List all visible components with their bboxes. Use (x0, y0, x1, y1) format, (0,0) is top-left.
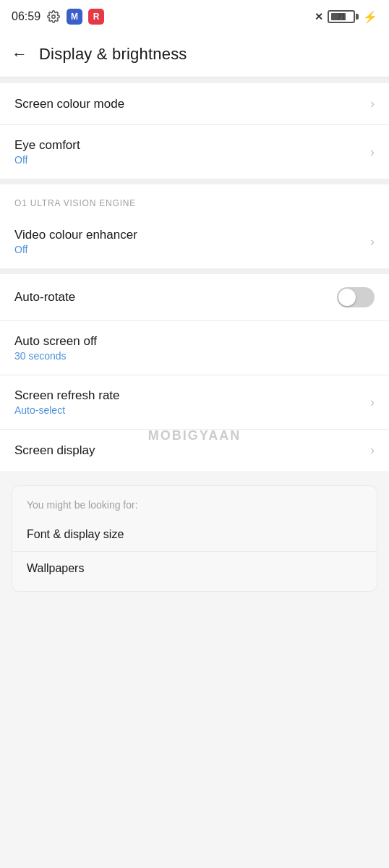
back-button[interactable]: ← (12, 45, 27, 64)
gear-icon (46, 9, 61, 24)
status-bar-left: 06:59 M R (12, 9, 104, 25)
app-icon-red: R (88, 9, 104, 25)
setting-content-screen-display: Screen display (14, 443, 95, 458)
battery-indicator: 71 (328, 10, 359, 23)
setting-content-screen-colour-mode: Screen colour mode (14, 97, 124, 111)
status-bar: 06:59 M R ✕ 71 ⚡ (0, 0, 389, 32)
setting-title-video-colour-enhancer: Video colour enhancer (14, 228, 137, 242)
setting-item-screen-display[interactable]: Screen display › (0, 430, 389, 471)
setting-item-eye-comfort[interactable]: Eye comfort Off › (0, 125, 389, 179)
setting-content-screen-refresh-rate: Screen refresh rate Auto-select (14, 388, 120, 416)
setting-subtitle-video-colour-enhancer: Off (14, 244, 137, 255)
suggestions-label: You might be looking for: (12, 499, 377, 518)
chevron-right-icon: › (370, 145, 375, 160)
settings-section-2: O1 ULTRA VISION ENGINE Video colour enha… (0, 184, 389, 268)
setting-item-screen-colour-mode[interactable]: Screen colour mode › (0, 83, 389, 125)
suggestion-item-wallpapers[interactable]: Wallpapers (12, 551, 377, 585)
setting-subtitle-auto-screen-off: 30 seconds (14, 350, 97, 362)
page-title: Display & brightness (39, 45, 187, 64)
setting-title-auto-rotate: Auto-rotate (14, 290, 75, 305)
header: ← Display & brightness (0, 32, 389, 77)
setting-subtitle-eye-comfort: Off (14, 154, 80, 166)
battery-container: 71 (328, 10, 355, 23)
setting-title-screen-colour-mode: Screen colour mode (14, 97, 124, 111)
setting-title-screen-refresh-rate: Screen refresh rate (14, 388, 120, 403)
battery-percent: 71 (337, 12, 346, 21)
setting-content-auto-screen-off: Auto screen off 30 seconds (14, 334, 97, 362)
setting-content-video-colour-enhancer: Video colour enhancer Off (14, 228, 137, 255)
setting-title-auto-screen-off: Auto screen off (14, 334, 97, 349)
section-divider-2 (0, 179, 389, 184)
app-icon-blue: M (67, 9, 82, 25)
svg-point-0 (52, 15, 56, 19)
suggestion-item-font[interactable]: Font & display size (12, 518, 377, 551)
section-label-text-vision: O1 ULTRA VISION ENGINE (14, 198, 136, 208)
status-time: 06:59 (12, 10, 40, 23)
setting-title-screen-display: Screen display (14, 443, 95, 458)
chevron-right-icon: › (370, 395, 375, 410)
battery-x-icon: ✕ (315, 11, 323, 22)
setting-item-screen-refresh-rate[interactable]: Screen refresh rate Auto-select › (0, 375, 389, 430)
settings-section-1: Screen colour mode › Eye comfort Off › (0, 83, 389, 179)
setting-item-auto-screen-off[interactable]: Auto screen off 30 seconds (0, 321, 389, 375)
suggestions-box: You might be looking for: Font & display… (12, 485, 377, 592)
settings-section-3: Auto-rotate Auto screen off 30 seconds S… (0, 274, 389, 471)
section-divider-3 (0, 268, 389, 274)
setting-content-eye-comfort: Eye comfort Off (14, 138, 80, 166)
battery-tip (356, 14, 359, 20)
setting-content-auto-rotate: Auto-rotate (14, 290, 75, 305)
lightning-icon: ⚡ (363, 10, 377, 24)
status-bar-right: ✕ 71 ⚡ (315, 10, 377, 24)
setting-title-eye-comfort: Eye comfort (14, 138, 80, 153)
chevron-right-icon: › (370, 234, 375, 250)
setting-item-auto-rotate[interactable]: Auto-rotate (0, 274, 389, 321)
section-label-vision: O1 ULTRA VISION ENGINE (0, 184, 389, 215)
setting-item-video-colour-enhancer[interactable]: Video colour enhancer Off › (0, 215, 389, 268)
section-divider-1 (0, 77, 389, 83)
setting-subtitle-screen-refresh-rate: Auto-select (14, 404, 120, 416)
chevron-right-icon: › (370, 96, 375, 111)
auto-rotate-toggle[interactable] (337, 287, 375, 307)
toggle-knob (338, 289, 356, 306)
chevron-right-icon: › (370, 443, 375, 458)
